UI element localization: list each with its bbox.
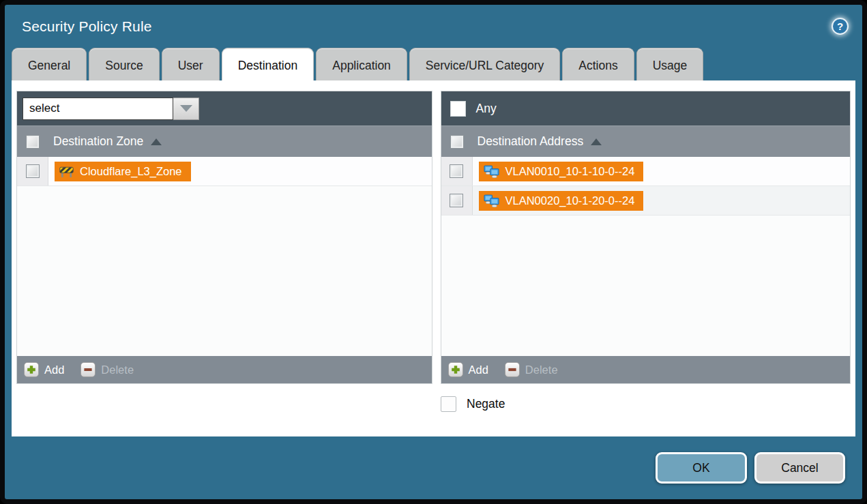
security-policy-rule-dialog: Security Policy Rule ? General Source Us… [0, 0, 867, 504]
dialog-footer: OK Cancel [5, 436, 862, 499]
zone-column-label: Destination Zone [53, 134, 143, 149]
destination-tab-content: Destination Zone [12, 80, 855, 436]
address-item[interactable]: VLAN0010_10-1-10-0--24 [479, 162, 644, 181]
tab-bar: General Source User Destination Applicat… [5, 48, 862, 80]
zone-icon [59, 166, 74, 177]
address-item-label: VLAN0020_10-1-20-0--24 [505, 194, 635, 207]
zone-column-header[interactable]: Destination Zone [17, 125, 432, 157]
ok-button[interactable]: OK [656, 452, 747, 484]
zone-row-checkbox[interactable] [26, 164, 40, 178]
address-panel-header: Any [441, 91, 851, 125]
address-icon [484, 165, 499, 178]
cancel-button[interactable]: Cancel [754, 452, 845, 484]
zone-panel-header [17, 91, 432, 125]
tab-service-url-category[interactable]: Service/URL Category [409, 48, 560, 80]
zone-item-label: Cloudflare_L3_Zone [80, 165, 182, 178]
row-checkbox-cell [441, 157, 473, 186]
tab-application[interactable]: Application [316, 48, 407, 80]
delete-address-button[interactable]: Delete [505, 362, 558, 377]
tab-source[interactable]: Source [89, 48, 159, 80]
table-row: Cloudflare_L3_Zone [17, 157, 432, 186]
row-checkbox-cell [17, 157, 48, 186]
sort-ascending-icon [151, 138, 162, 145]
negate-row: Negate [441, 396, 855, 412]
address-row-checkbox[interactable] [450, 194, 463, 207]
zone-select-all-checkbox[interactable] [26, 135, 40, 149]
zone-select-dropdown-button[interactable] [173, 98, 199, 120]
help-icon[interactable]: ? [832, 18, 849, 35]
address-header-checkbox-cell [441, 135, 473, 149]
address-icon [484, 194, 499, 207]
any-label: Any [476, 102, 497, 116]
address-column-header[interactable]: Destination Address [441, 125, 851, 157]
add-button-label: Add [44, 364, 64, 376]
destination-zone-panel: Destination Zone [16, 91, 432, 384]
zone-list: Cloudflare_L3_Zone [17, 157, 432, 356]
zone-select-combo [23, 98, 199, 120]
tab-general[interactable]: General [12, 48, 87, 80]
title-bar: Security Policy Rule ? [5, 5, 862, 48]
tab-destination[interactable]: Destination [222, 48, 314, 80]
negate-checkbox[interactable] [441, 396, 456, 412]
destination-address-panel: Any Destination Address [441, 91, 851, 384]
delete-zone-button[interactable]: Delete [80, 362, 134, 377]
address-panel-toolbar: Add Delete [441, 356, 851, 383]
panels-row: Destination Zone [12, 91, 855, 384]
address-select-all-checkbox[interactable] [450, 135, 464, 149]
zone-header-checkbox-cell [17, 135, 48, 149]
zone-panel-toolbar: Add Delete [17, 356, 432, 383]
plus-icon [448, 362, 463, 377]
delete-button-label: Delete [101, 364, 134, 376]
add-zone-button[interactable]: Add [24, 362, 64, 377]
address-item[interactable]: VLAN0020_10-1-20-0--24 [479, 191, 644, 211]
zone-item[interactable]: Cloudflare_L3_Zone [55, 162, 191, 181]
any-checkbox[interactable] [450, 101, 466, 117]
tab-user[interactable]: User [162, 48, 220, 80]
table-row: VLAN0010_10-1-10-0--24 [441, 157, 851, 186]
table-row: VLAN0020_10-1-20-0--24 [441, 186, 851, 216]
dialog-title: Security Policy Rule [22, 18, 152, 35]
address-row-checkbox[interactable] [450, 164, 463, 178]
delete-button-label: Delete [525, 364, 558, 376]
minus-icon [80, 362, 95, 377]
address-item-label: VLAN0010_10-1-10-0--24 [505, 165, 635, 178]
tab-usage[interactable]: Usage [636, 48, 704, 80]
tab-actions[interactable]: Actions [562, 48, 634, 80]
any-row: Any [447, 101, 497, 117]
plus-icon [24, 362, 39, 377]
chevron-down-icon [180, 105, 192, 112]
add-address-button[interactable]: Add [448, 362, 488, 377]
zone-select-input[interactable] [23, 98, 173, 120]
row-checkbox-cell [441, 186, 473, 215]
address-column-label: Destination Address [477, 134, 584, 149]
sort-ascending-icon [591, 138, 602, 145]
add-button-label: Add [469, 364, 488, 376]
minus-icon [505, 362, 520, 377]
address-list: VLAN0010_10-1-10-0--24 [441, 157, 851, 356]
negate-label: Negate [467, 397, 505, 411]
